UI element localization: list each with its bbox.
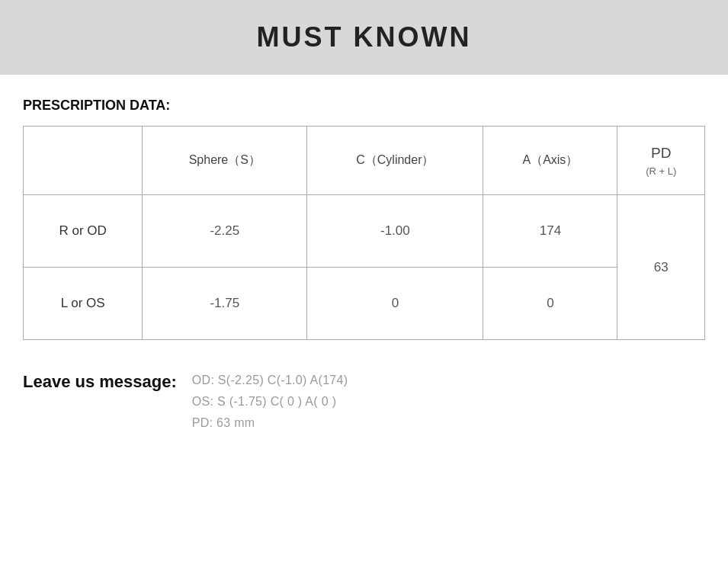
row-label-os: L or OS [24, 268, 143, 340]
message-line-os: OS: S (-1.75) C( 0 ) A( 0 ) [192, 395, 348, 409]
row-label-od: R or OD [24, 195, 143, 268]
pd-header-main: PD [625, 143, 697, 165]
row-od-cylinder: -1.00 [307, 195, 483, 268]
row-os-cylinder: 0 [307, 268, 483, 340]
message-details: OD: S(-2.25) C(-1.0) A(174) OS: S (-1.75… [192, 370, 348, 430]
col-header-sphere: Sphere（S） [143, 127, 307, 195]
prescription-table: Sphere（S） C（Cylinder） A（Axis） PD (R + L)… [23, 126, 705, 340]
row-os-sphere: -1.75 [143, 268, 307, 340]
leave-message-section: Leave us message: OD: S(-2.25) C(-1.0) A… [23, 370, 705, 430]
table-header-row: Sphere（S） C（Cylinder） A（Axis） PD (R + L) [24, 127, 705, 195]
col-header-cylinder: C（Cylinder） [307, 127, 483, 195]
leave-message-label: Leave us message: [23, 370, 192, 392]
row-os-axis: 0 [483, 268, 617, 340]
col-header-axis: A（Axis） [483, 127, 617, 195]
col-header-label [24, 127, 143, 195]
table-row: L or OS -1.75 0 0 [24, 268, 705, 340]
section-label: PRESCRIPTION DATA: [23, 98, 705, 114]
col-header-pd: PD (R + L) [617, 127, 705, 195]
page-title: MUST KNOWN [257, 21, 472, 53]
pd-header-sub: (R + L) [625, 164, 697, 179]
row-od-sphere: -2.25 [143, 195, 307, 268]
row-od-axis: 174 [483, 195, 617, 268]
message-line-pd: PD: 63 mm [192, 416, 348, 430]
message-line-od: OD: S(-2.25) C(-1.0) A(174) [192, 374, 348, 387]
table-row: R or OD -2.25 -1.00 174 63 [24, 195, 705, 268]
header-bar: MUST KNOWN [0, 0, 728, 75]
pd-value: 63 [617, 195, 705, 340]
content-area: PRESCRIPTION DATA: Sphere（S） C（Cylinder）… [0, 98, 728, 460]
